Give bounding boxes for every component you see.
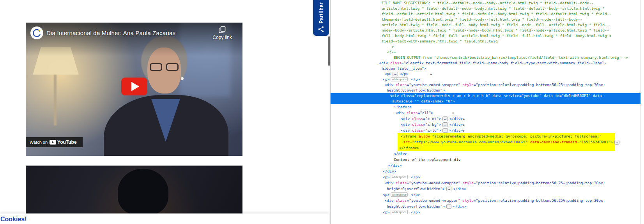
devtools-code-line[interactable]: ▼<div class="cll"> (331, 110, 640, 116)
comment-text: full--body.html.twig * field--full--arti… (382, 34, 611, 38)
devtools-code-line[interactable]: height:0;overflow:hidden">…</div> (331, 203, 640, 209)
pseudo-element: ::before (394, 105, 412, 109)
attribute-value: ="c-ld" (423, 128, 439, 132)
devtools-code-line[interactable]: ▶<div class="youtube-embed-wrapper" styl… (331, 198, 640, 203)
copy-link-button[interactable]: Copy link (211, 26, 234, 40)
devtools-code-line[interactable]: FILE NAME SUGGESTIONS: * field--default-… (331, 0, 640, 6)
devtools-code-line[interactable]: article.html.twig * field--node--full--b… (331, 22, 640, 28)
comment-text: article.html.twig * field--default--node… (382, 6, 605, 11)
expand-arrow-icon[interactable]: ▶ (463, 129, 465, 132)
expand-ellipsis-badge[interactable]: … (393, 72, 398, 76)
devtools-code-line[interactable]: height:0;overflow:hidden">…</div> (331, 186, 640, 192)
attribute-name: class (404, 111, 418, 115)
tag-token: </div> (383, 169, 396, 173)
devtools-code-line[interactable]: BEGIN OUTPUT from 'themes/contrib/bootst… (331, 55, 640, 60)
devtools-code-line[interactable]: ▶<div class="c-bg">…</div> (331, 122, 640, 127)
tag-token: </div> (453, 204, 466, 208)
tag-token: <div (390, 93, 399, 98)
devtools-code-line[interactable]: ▶<iframe allow="accelerometer; encrypted… (331, 133, 640, 139)
channel-avatar[interactable] (30, 26, 43, 39)
youtube-play-icon (50, 140, 56, 145)
cookie-banner-title: Cookies! (0, 216, 27, 223)
devtools-code-line[interactable]: ▶<div class="c-nt">…</div> (331, 116, 640, 122)
devtools-code-line[interactable]: </div> (331, 168, 640, 174)
expand-arrow-icon[interactable]: ▶ (463, 123, 465, 127)
devtools-code-line[interactable]: </div> (331, 162, 640, 168)
expand-arrow-icon[interactable]: ▶ (463, 118, 465, 121)
expand-ellipsis-badge[interactable]: … (442, 128, 448, 133)
attribute-value: height:0;overflow:hidden" (387, 88, 442, 92)
expand-ellipsis-badge[interactable]: … (614, 140, 619, 145)
attribute-name: class (410, 116, 423, 121)
devtools-code-line[interactable]: ▼<div class="clearfix text-formatted fie… (331, 60, 640, 66)
devtools-code-line[interactable]: <!-- (331, 49, 640, 55)
tag-token: <p> (383, 192, 389, 197)
tag-token: </div> (394, 152, 407, 156)
devtools-code-line[interactable]: ▼<div class="youtube-embed-wrapper" styl… (331, 82, 640, 88)
attribute-value: ="youtube-embed-wrapper" (407, 198, 460, 203)
attribute-value: ="youtube" (519, 93, 541, 98)
attribute-value: height:0;overflow:hidden" (387, 187, 442, 191)
whitespace-badge: whitespace (391, 175, 408, 179)
devtools-code-line[interactable]: </iframe> (331, 145, 640, 151)
tag-token: > (442, 204, 445, 208)
watch-on-label: Watch on (30, 140, 48, 145)
devtools-code-line[interactable]: ▶<div class="youtube-embed-wrapper" styl… (331, 180, 640, 186)
collapse-arrow-icon[interactable]: ▼ (452, 112, 454, 115)
devtools-code-line[interactable]: full--body.html.twig * field--full--arti… (331, 33, 640, 39)
devtools-code-line[interactable]: <p>whitespace </p> (331, 174, 640, 180)
youtube-embed-player-2[interactable] (26, 166, 242, 213)
video-title[interactable]: Dia Internacional da Mulher: Ana Paula Z… (46, 30, 175, 36)
expand-ellipsis-badge[interactable]: … (446, 204, 451, 209)
channel-logo-c-icon (32, 28, 42, 38)
devtools-code-line[interactable]: node--body--article.html.twig * field--n… (331, 28, 640, 33)
tag-token: </p> (409, 192, 420, 197)
share-button[interactable]: Partilhar (313, 0, 329, 36)
attribute-value: ="youtube-embed-wrapper" (407, 83, 460, 87)
watch-on-youtube-link[interactable]: Watch on YouTube (26, 137, 83, 147)
comment-text: --> (387, 44, 394, 49)
attribute-name: data- (591, 93, 604, 98)
devtools-scrollbar-track[interactable] (640, 0, 641, 224)
tag-token: <div (401, 122, 410, 127)
devtools-code-line[interactable]: <p>whitespace </p> (331, 192, 640, 198)
devtools-code-line[interactable]: --> (331, 44, 640, 49)
tag-token: </p> (409, 210, 420, 214)
expand-ellipsis-badge[interactable]: … (442, 116, 448, 121)
attribute-value: ="position:relative;padding-bottom:56.25… (474, 83, 605, 87)
devtools-code-line[interactable]: ▶<div class="c-ld">…</div> (331, 127, 640, 133)
expand-ellipsis-badge[interactable]: … (442, 122, 448, 127)
page-scrollbar-thumb[interactable] (328, 36, 330, 66)
tag-token: > (610, 140, 613, 144)
devtools-code-line[interactable]: ::before (331, 104, 640, 110)
comment-text: <!-- (387, 50, 396, 54)
attribute-value: ="c-nt" (423, 116, 439, 121)
devtools-code-line[interactable]: field--text-with-summary.html.twig * fie… (331, 39, 640, 44)
comment-text: field--text-with-summary.html.twig * fie… (382, 39, 497, 43)
devtools-code-line[interactable]: article.html.twig * field--default--node… (331, 6, 640, 11)
devtools-code-line[interactable]: <p>whitespace </p> (331, 209, 640, 215)
youtube-embed-player[interactable]: Dia Internacional da Mulher: Ana Paula Z… (26, 23, 242, 156)
attribute-name: style (460, 198, 474, 203)
devtools-code-line[interactable]: ▼<div class="replacement-div c-an c-h-n … (331, 93, 640, 99)
play-button[interactable] (121, 78, 147, 95)
tag-token: <div (384, 181, 393, 185)
devtools-code-line[interactable]: ▶<p>…</p> (331, 71, 640, 77)
devtools-code-line[interactable]: src="https://www.youtube-nocookie.com/em… (331, 139, 640, 145)
devtools-code-line[interactable]: <p>whitespace </p> (331, 77, 640, 82)
photo-person-glasses (150, 63, 179, 72)
devtools-code-line[interactable]: autoscale="" data-index="0"> (331, 99, 640, 104)
devtools-code-line[interactable]: theme-ds-field-default.html.twig * field… (331, 17, 640, 22)
devtools-code-line[interactable]: </div> (331, 151, 640, 157)
expand-arrow-icon[interactable]: ▶ (430, 73, 432, 76)
devtools-code-line[interactable]: Content of the replacement div (331, 157, 640, 162)
devtools-code-line[interactable]: field--default--article.html.twig * fiel… (331, 11, 640, 17)
tag-token: </iframe> (399, 146, 419, 150)
devtools-code-line[interactable]: hidden field__item"> (331, 66, 640, 71)
whitespace-badge: whitespace (391, 77, 408, 81)
url-link[interactable]: https://www.youtube-nocookie.com/embed/d… (414, 140, 526, 144)
tag-token: <p> (383, 77, 389, 81)
expand-ellipsis-badge[interactable]: … (446, 187, 451, 191)
devtools-code-line[interactable]: height:0;overflow:hidden"> (331, 88, 640, 93)
tag-token: </div> (453, 187, 466, 191)
